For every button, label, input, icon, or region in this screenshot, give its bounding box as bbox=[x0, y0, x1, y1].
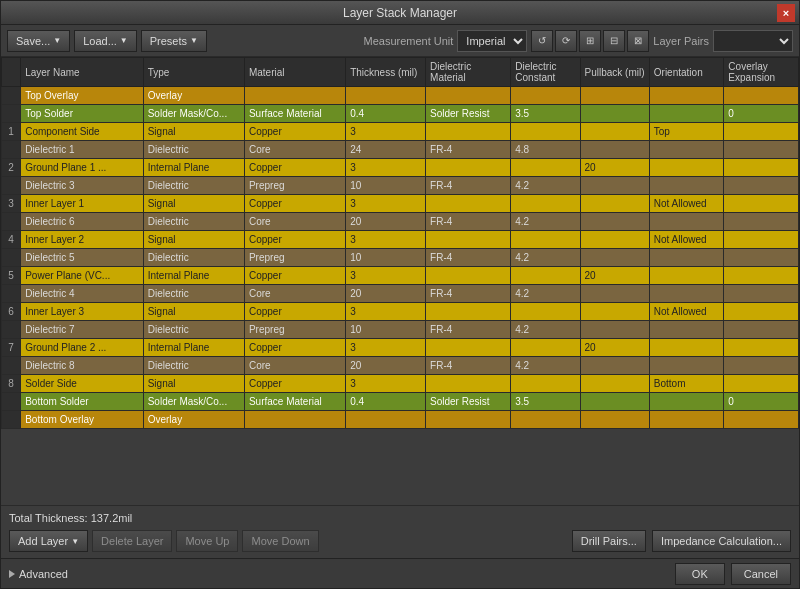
table-row[interactable]: Dielectric 4DielectricCore20FR-44.2 bbox=[2, 285, 799, 303]
table-row[interactable]: Dielectric 3DielectricPrepreg10FR-44.2 bbox=[2, 177, 799, 195]
col-header-diel-const: DielectricConstant bbox=[511, 58, 580, 87]
table-row[interactable]: Dielectric 5DielectricPrepreg10FR-44.2 bbox=[2, 249, 799, 267]
total-thickness-label: Total Thickness: 137.2mil bbox=[9, 512, 791, 524]
table-row[interactable]: 8Solder SideSignalCopper3Bottom bbox=[2, 375, 799, 393]
save-arrow-icon: ▼ bbox=[53, 36, 61, 45]
save-button[interactable]: Save... ▼ bbox=[7, 30, 70, 52]
title-bar: Layer Stack Manager × bbox=[1, 1, 799, 25]
table-row[interactable]: Dielectric 8DielectricCore20FR-44.2 bbox=[2, 357, 799, 375]
table-row[interactable]: Dielectric 7DielectricPrepreg10FR-44.2 bbox=[2, 321, 799, 339]
delete-layer-button[interactable]: Delete Layer bbox=[92, 530, 172, 552]
dialog: Layer Stack Manager × Save... ▼ Load... … bbox=[0, 0, 800, 589]
layer-pairs-label: Layer Pairs bbox=[653, 35, 709, 47]
sync-icon-button[interactable]: ⟳ bbox=[555, 30, 577, 52]
load-arrow-icon: ▼ bbox=[120, 36, 128, 45]
table-header-row: Layer Name Type Material Thickness (mil)… bbox=[2, 58, 799, 87]
move-up-button[interactable]: Move Up bbox=[176, 530, 238, 552]
refresh-icon-button[interactable]: ↺ bbox=[531, 30, 553, 52]
view2-icon-button[interactable]: ⊟ bbox=[603, 30, 625, 52]
move-down-button[interactable]: Move Down bbox=[242, 530, 318, 552]
footer-ok-cancel: OK Cancel bbox=[675, 563, 791, 585]
bottom-buttons: Add Layer ▼ Delete Layer Move Up Move Do… bbox=[9, 530, 791, 552]
col-header-name: Layer Name bbox=[21, 58, 144, 87]
col-header-coverlay: CoverlayExpansion bbox=[724, 58, 799, 87]
table-row[interactable]: 5Power Plane (VC...Internal PlaneCopper3… bbox=[2, 267, 799, 285]
table-row[interactable]: 1Component SideSignalCopper3Top bbox=[2, 123, 799, 141]
layer-table-container: Layer Name Type Material Thickness (mil)… bbox=[1, 57, 799, 505]
layer-table: Layer Name Type Material Thickness (mil)… bbox=[1, 57, 799, 429]
bottom-right-buttons: Drill Pairs... Impedance Calculation... bbox=[572, 530, 791, 552]
table-row[interactable]: 7Ground Plane 2 ...Internal PlaneCopper3… bbox=[2, 339, 799, 357]
col-header-diel-mat: DielectricMaterial bbox=[426, 58, 511, 87]
table-row[interactable]: 4Inner Layer 2SignalCopper3Not Allowed bbox=[2, 231, 799, 249]
footer-bar: Advanced OK Cancel bbox=[1, 558, 799, 588]
presets-arrow-icon: ▼ bbox=[190, 36, 198, 45]
add-layer-arrow-icon: ▼ bbox=[71, 537, 79, 546]
layer-pairs-select[interactable] bbox=[713, 30, 793, 52]
advanced-section[interactable]: Advanced bbox=[9, 568, 68, 580]
col-header-orientation: Orientation bbox=[649, 58, 724, 87]
table-row[interactable]: 2Ground Plane 1 ...Internal PlaneCopper3… bbox=[2, 159, 799, 177]
toolbar: Save... ▼ Load... ▼ Presets ▼ Measuremen… bbox=[1, 25, 799, 57]
col-header-type: Type bbox=[143, 58, 244, 87]
load-button[interactable]: Load... ▼ bbox=[74, 30, 137, 52]
table-row[interactable]: Top SolderSolder Mask/Co...Surface Mater… bbox=[2, 105, 799, 123]
add-layer-button[interactable]: Add Layer ▼ bbox=[9, 530, 88, 552]
close-button[interactable]: × bbox=[777, 4, 795, 22]
cancel-button[interactable]: Cancel bbox=[731, 563, 791, 585]
table-row[interactable]: Dielectric 6DielectricCore20FR-44.2 bbox=[2, 213, 799, 231]
col-header-material: Material bbox=[244, 58, 345, 87]
advanced-triangle-icon bbox=[9, 570, 15, 578]
table-row[interactable]: Bottom SolderSolder Mask/Co...Surface Ma… bbox=[2, 393, 799, 411]
col-header-num bbox=[2, 58, 21, 87]
presets-button[interactable]: Presets ▼ bbox=[141, 30, 207, 52]
table-row[interactable]: Dielectric 1DielectricCore24FR-44.8 bbox=[2, 141, 799, 159]
view1-icon-button[interactable]: ⊞ bbox=[579, 30, 601, 52]
ok-button[interactable]: OK bbox=[675, 563, 725, 585]
advanced-label: Advanced bbox=[19, 568, 68, 580]
measurement-unit-select[interactable]: Imperial Metric bbox=[457, 30, 527, 52]
table-row[interactable]: 6Inner Layer 3SignalCopper3Not Allowed bbox=[2, 303, 799, 321]
bottom-panel: Total Thickness: 137.2mil Add Layer ▼ De… bbox=[1, 505, 799, 558]
col-header-pullback: Pullback (mil) bbox=[580, 58, 649, 87]
dialog-title: Layer Stack Manager bbox=[343, 6, 457, 20]
table-row[interactable]: Top OverlayOverlay bbox=[2, 87, 799, 105]
view3-icon-button[interactable]: ⊠ bbox=[627, 30, 649, 52]
toolbar-icon-group: ↺ ⟳ ⊞ ⊟ ⊠ bbox=[531, 30, 649, 52]
drill-pairs-button[interactable]: Drill Pairs... bbox=[572, 530, 646, 552]
col-header-thickness: Thickness (mil) bbox=[346, 58, 426, 87]
impedance-calc-button[interactable]: Impedance Calculation... bbox=[652, 530, 791, 552]
table-row[interactable]: Bottom OverlayOverlay bbox=[2, 411, 799, 429]
table-row[interactable]: 3Inner Layer 1SignalCopper3Not Allowed bbox=[2, 195, 799, 213]
measurement-unit-label: Measurement Unit bbox=[363, 35, 453, 47]
